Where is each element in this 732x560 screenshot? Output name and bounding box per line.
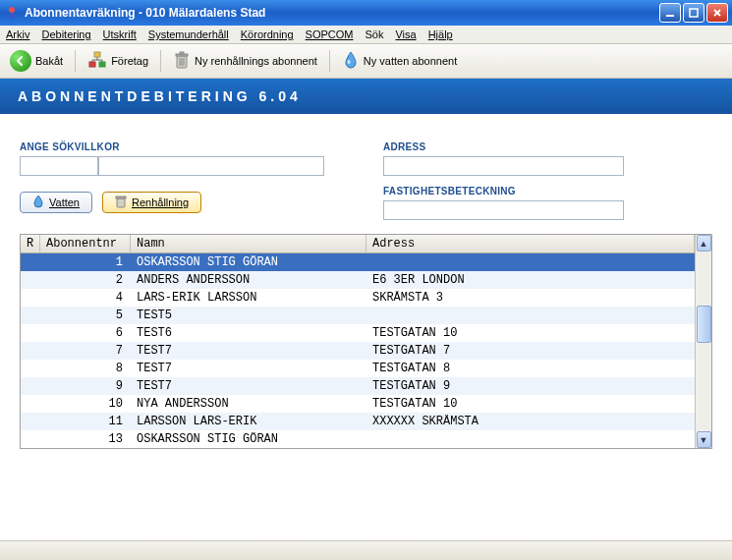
water-drop-icon xyxy=(342,50,360,72)
back-icon xyxy=(10,50,31,72)
property-label: FASTIGHETSBETECKNING xyxy=(383,186,624,196)
cell-addr: E6 3ER LONDON xyxy=(366,273,695,287)
property-input[interactable] xyxy=(383,200,624,220)
grid-header: R Abonnentnr Namn Adress xyxy=(21,235,695,253)
menu-korordning[interactable]: Körordning xyxy=(241,28,294,40)
waste-button[interactable]: Renhållning xyxy=(102,192,201,213)
grid-header-name[interactable]: Namn xyxy=(131,235,366,252)
table-row[interactable]: 2ANDERS ANDERSSONE6 3ER LONDON xyxy=(21,271,695,289)
search-input-small[interactable] xyxy=(20,156,98,176)
banner-title: ABONNENTDEBITERING 6.04 xyxy=(18,88,302,104)
cell-name: TEST7 xyxy=(131,362,366,375)
cell-num: 1 xyxy=(40,255,131,269)
cell-addr: TESTGATAN 10 xyxy=(366,397,695,411)
cell-name: OSKARSSON STIG GÖRAN xyxy=(131,432,366,446)
table-row[interactable]: 8TEST7TESTGATAN 8 xyxy=(21,360,695,377)
scroll-track[interactable] xyxy=(697,252,711,431)
table-row[interactable]: 11LARSSON LARS-ERIKXXXXXX SKRÅMSTA xyxy=(21,413,695,430)
cell-num: 7 xyxy=(40,344,131,358)
cell-num: 6 xyxy=(40,326,131,340)
table-row[interactable]: 10NYA ANDERSSONTESTGATAN 10 xyxy=(21,395,695,413)
cell-num: 4 xyxy=(40,291,131,305)
content-area: ANGE SÖKVILLKOR Vatten Renhållning ADRES… xyxy=(0,114,732,459)
scroll-down-button[interactable]: ▼ xyxy=(697,431,711,448)
cell-num: 5 xyxy=(40,308,131,322)
toolbar-separator xyxy=(160,50,161,72)
company-button[interactable]: Företag xyxy=(84,48,152,74)
cell-name: TEST7 xyxy=(131,344,366,358)
cell-num: 2 xyxy=(40,273,131,287)
cell-addr: TESTGATAN 7 xyxy=(366,344,695,358)
table-row[interactable]: 7TEST7TESTGATAN 7 xyxy=(21,342,695,360)
banner: ABONNENTDEBITERING 6.04 xyxy=(0,79,732,114)
water-button-label: Vatten xyxy=(49,196,80,208)
cell-addr: TESTGATAN 8 xyxy=(366,362,695,375)
company-label: Företag xyxy=(111,55,148,67)
menu-systemunderhall[interactable]: Systemunderhåll xyxy=(148,28,229,40)
svg-rect-2 xyxy=(666,15,674,17)
back-label: Bakåt xyxy=(35,55,63,67)
svg-rect-7 xyxy=(89,62,95,67)
menu-utskrift[interactable]: Utskrift xyxy=(103,28,137,40)
svg-rect-21 xyxy=(116,196,126,198)
menu-arkiv[interactable]: Arkiv xyxy=(6,28,29,40)
cell-num: 8 xyxy=(40,362,131,375)
results-grid: R Abonnentnr Namn Adress 1OSKARSSON STIG… xyxy=(20,234,712,449)
scroll-thumb[interactable] xyxy=(697,306,711,343)
table-row[interactable]: 4LARS-ERIK LARSSONSKRÅMSTA 3 xyxy=(21,289,695,307)
search-label: ANGE SÖKVILLKOR xyxy=(20,141,334,152)
cell-name: TEST5 xyxy=(131,308,366,322)
back-button[interactable]: Bakåt xyxy=(6,48,67,74)
cell-addr: XXXXXX SKRÅMSTA xyxy=(366,415,695,428)
table-row[interactable]: 13OSKARSSON STIG GÖRAN xyxy=(21,430,695,448)
table-row[interactable]: 1OSKARSSON STIG GÖRAN xyxy=(21,253,695,271)
minimize-button[interactable] xyxy=(659,3,681,23)
cell-name: OSKARSSON STIG GÖRAN xyxy=(131,255,366,269)
svg-point-19 xyxy=(347,60,350,64)
address-label: ADRESS xyxy=(383,141,624,152)
menu-debitering[interactable]: Debitering xyxy=(41,28,90,40)
svg-rect-20 xyxy=(117,198,125,207)
trash-icon xyxy=(173,50,191,72)
menu-bar: Arkiv Debitering Utskrift Systemunderhål… xyxy=(0,26,732,44)
grid-header-addr[interactable]: Adress xyxy=(366,235,695,252)
grid-scrollbar[interactable]: ▲ ▼ xyxy=(695,235,711,448)
app-icon xyxy=(4,5,20,21)
cell-num: 10 xyxy=(40,397,131,411)
table-row[interactable]: 6TEST6TESTGATAN 10 xyxy=(21,324,695,342)
water-button[interactable]: Vatten xyxy=(20,192,92,213)
waste-button-label: Renhållning xyxy=(132,196,189,208)
table-row[interactable]: 5TEST5 xyxy=(21,307,695,324)
search-input-main[interactable] xyxy=(98,156,324,176)
scroll-up-button[interactable]: ▲ xyxy=(697,235,711,252)
cell-name: LARS-ERIK LARSSON xyxy=(131,291,366,305)
cell-name: LARSSON LARS-ERIK xyxy=(131,415,366,428)
title-bar: Abonnentavräkning - 010 Mälardalens Stad xyxy=(0,0,732,26)
cell-addr: SKRÅMSTA 3 xyxy=(366,291,695,305)
hierarchy-icon xyxy=(87,50,107,72)
water-drop-icon xyxy=(32,195,44,210)
new-waste-label: Ny renhållnings abonnent xyxy=(195,55,317,67)
cell-num: 9 xyxy=(40,379,131,393)
svg-rect-3 xyxy=(690,9,698,17)
menu-visa[interactable]: Visa xyxy=(395,28,416,40)
cell-name: NYA ANDERSSON xyxy=(131,397,366,411)
grid-header-num[interactable]: Abonnentnr xyxy=(40,235,131,252)
menu-sopcom[interactable]: SOPCOM xyxy=(306,28,354,40)
svg-rect-8 xyxy=(99,62,105,67)
table-row[interactable]: 9TEST7TESTGATAN 9 xyxy=(21,377,695,395)
grid-header-r[interactable]: R xyxy=(21,235,40,252)
cell-name: TEST6 xyxy=(131,326,366,340)
new-waste-button[interactable]: Ny renhållnings abonnent xyxy=(169,48,321,74)
address-input[interactable] xyxy=(383,156,624,176)
menu-sok[interactable]: Sök xyxy=(366,28,384,40)
toolbar-separator xyxy=(75,50,76,72)
cell-num: 13 xyxy=(40,432,131,446)
close-button[interactable] xyxy=(706,3,728,23)
cell-num: 11 xyxy=(40,415,131,428)
maximize-button[interactable] xyxy=(683,3,704,23)
menu-hjalp[interactable]: Hjälp xyxy=(428,28,453,40)
new-water-button[interactable]: Ny vatten abonnent xyxy=(338,48,461,74)
status-bar xyxy=(0,540,732,560)
svg-rect-6 xyxy=(94,52,100,57)
